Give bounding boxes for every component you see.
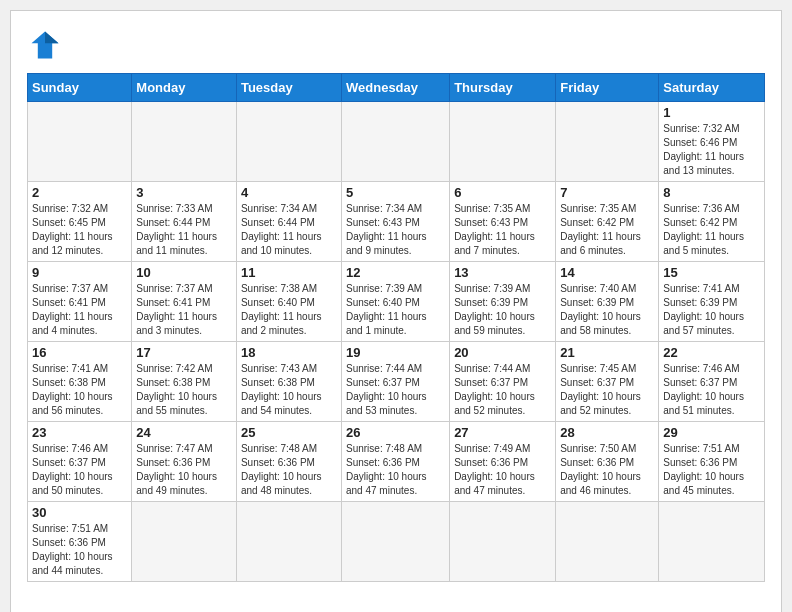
- day-number: 2: [32, 185, 127, 200]
- calendar-day-24: 19Sunrise: 7:44 AM Sunset: 6:37 PM Dayli…: [342, 342, 450, 422]
- day-number: 10: [136, 265, 232, 280]
- day-number: 22: [663, 345, 760, 360]
- weekday-header-sunday: Sunday: [28, 74, 132, 102]
- weekday-header-monday: Monday: [132, 74, 237, 102]
- day-number: 9: [32, 265, 127, 280]
- calendar-day-6: 1Sunrise: 7:32 AM Sunset: 6:46 PM Daylig…: [659, 102, 765, 182]
- calendar-day-3: [342, 102, 450, 182]
- calendar-day-36: [132, 502, 237, 582]
- calendar-day-13: 8Sunrise: 7:36 AM Sunset: 6:42 PM Daylig…: [659, 182, 765, 262]
- day-info: Sunrise: 7:37 AM Sunset: 6:41 PM Dayligh…: [32, 282, 127, 338]
- day-info: Sunrise: 7:47 AM Sunset: 6:36 PM Dayligh…: [136, 442, 232, 498]
- day-info: Sunrise: 7:32 AM Sunset: 6:45 PM Dayligh…: [32, 202, 127, 258]
- calendar-row-4: 23Sunrise: 7:46 AM Sunset: 6:37 PM Dayli…: [28, 422, 765, 502]
- day-info: Sunrise: 7:49 AM Sunset: 6:36 PM Dayligh…: [454, 442, 551, 498]
- calendar-day-5: [556, 102, 659, 182]
- calendar-row-5: 30Sunrise: 7:51 AM Sunset: 6:36 PM Dayli…: [28, 502, 765, 582]
- day-info: Sunrise: 7:50 AM Sunset: 6:36 PM Dayligh…: [560, 442, 654, 498]
- svg-marker-1: [45, 32, 59, 44]
- day-number: 17: [136, 345, 232, 360]
- day-info: Sunrise: 7:41 AM Sunset: 6:38 PM Dayligh…: [32, 362, 127, 418]
- day-number: 27: [454, 425, 551, 440]
- day-info: Sunrise: 7:41 AM Sunset: 6:39 PM Dayligh…: [663, 282, 760, 338]
- day-info: Sunrise: 7:51 AM Sunset: 6:36 PM Dayligh…: [663, 442, 760, 498]
- day-number: 23: [32, 425, 127, 440]
- day-number: 3: [136, 185, 232, 200]
- weekday-header-tuesday: Tuesday: [236, 74, 341, 102]
- day-info: Sunrise: 7:34 AM Sunset: 6:43 PM Dayligh…: [346, 202, 445, 258]
- calendar-row-2: 9Sunrise: 7:37 AM Sunset: 6:41 PM Daylig…: [28, 262, 765, 342]
- day-number: 18: [241, 345, 337, 360]
- calendar-day-38: [342, 502, 450, 582]
- weekday-header-saturday: Saturday: [659, 74, 765, 102]
- day-info: Sunrise: 7:35 AM Sunset: 6:43 PM Dayligh…: [454, 202, 551, 258]
- day-info: Sunrise: 7:35 AM Sunset: 6:42 PM Dayligh…: [560, 202, 654, 258]
- calendar-day-40: [556, 502, 659, 582]
- day-number: 13: [454, 265, 551, 280]
- day-info: Sunrise: 7:38 AM Sunset: 6:40 PM Dayligh…: [241, 282, 337, 338]
- weekday-header-thursday: Thursday: [450, 74, 556, 102]
- day-number: 15: [663, 265, 760, 280]
- calendar-day-9: 4Sunrise: 7:34 AM Sunset: 6:44 PM Daylig…: [236, 182, 341, 262]
- day-number: 8: [663, 185, 760, 200]
- calendar-day-33: 28Sunrise: 7:50 AM Sunset: 6:36 PM Dayli…: [556, 422, 659, 502]
- calendar-grid: SundayMondayTuesdayWednesdayThursdayFrid…: [27, 73, 765, 582]
- day-info: Sunrise: 7:44 AM Sunset: 6:37 PM Dayligh…: [454, 362, 551, 418]
- calendar-day-15: 10Sunrise: 7:37 AM Sunset: 6:41 PM Dayli…: [132, 262, 237, 342]
- calendar-day-10: 5Sunrise: 7:34 AM Sunset: 6:43 PM Daylig…: [342, 182, 450, 262]
- calendar-day-31: 26Sunrise: 7:48 AM Sunset: 6:36 PM Dayli…: [342, 422, 450, 502]
- day-number: 16: [32, 345, 127, 360]
- day-info: Sunrise: 7:37 AM Sunset: 6:41 PM Dayligh…: [136, 282, 232, 338]
- day-number: 7: [560, 185, 654, 200]
- calendar-day-4: [450, 102, 556, 182]
- calendar-day-25: 20Sunrise: 7:44 AM Sunset: 6:37 PM Dayli…: [450, 342, 556, 422]
- calendar-day-30: 25Sunrise: 7:48 AM Sunset: 6:36 PM Dayli…: [236, 422, 341, 502]
- day-info: Sunrise: 7:32 AM Sunset: 6:46 PM Dayligh…: [663, 122, 760, 178]
- calendar-day-27: 22Sunrise: 7:46 AM Sunset: 6:37 PM Dayli…: [659, 342, 765, 422]
- day-number: 4: [241, 185, 337, 200]
- calendar-day-23: 18Sunrise: 7:43 AM Sunset: 6:38 PM Dayli…: [236, 342, 341, 422]
- calendar-day-17: 12Sunrise: 7:39 AM Sunset: 6:40 PM Dayli…: [342, 262, 450, 342]
- calendar-day-28: 23Sunrise: 7:46 AM Sunset: 6:37 PM Dayli…: [28, 422, 132, 502]
- weekday-header-wednesday: Wednesday: [342, 74, 450, 102]
- day-info: Sunrise: 7:46 AM Sunset: 6:37 PM Dayligh…: [32, 442, 127, 498]
- day-info: Sunrise: 7:48 AM Sunset: 6:36 PM Dayligh…: [346, 442, 445, 498]
- day-number: 30: [32, 505, 127, 520]
- logo-icon: [27, 27, 63, 63]
- calendar-day-19: 14Sunrise: 7:40 AM Sunset: 6:39 PM Dayli…: [556, 262, 659, 342]
- day-info: Sunrise: 7:46 AM Sunset: 6:37 PM Dayligh…: [663, 362, 760, 418]
- day-number: 14: [560, 265, 654, 280]
- day-number: 20: [454, 345, 551, 360]
- day-info: Sunrise: 7:33 AM Sunset: 6:44 PM Dayligh…: [136, 202, 232, 258]
- calendar-day-29: 24Sunrise: 7:47 AM Sunset: 6:36 PM Dayli…: [132, 422, 237, 502]
- day-info: Sunrise: 7:43 AM Sunset: 6:38 PM Dayligh…: [241, 362, 337, 418]
- calendar-day-22: 17Sunrise: 7:42 AM Sunset: 6:38 PM Dayli…: [132, 342, 237, 422]
- calendar-day-34: 29Sunrise: 7:51 AM Sunset: 6:36 PM Dayli…: [659, 422, 765, 502]
- day-info: Sunrise: 7:45 AM Sunset: 6:37 PM Dayligh…: [560, 362, 654, 418]
- calendar-row-3: 16Sunrise: 7:41 AM Sunset: 6:38 PM Dayli…: [28, 342, 765, 422]
- calendar-day-35: 30Sunrise: 7:51 AM Sunset: 6:36 PM Dayli…: [28, 502, 132, 582]
- calendar-day-8: 3Sunrise: 7:33 AM Sunset: 6:44 PM Daylig…: [132, 182, 237, 262]
- day-info: Sunrise: 7:36 AM Sunset: 6:42 PM Dayligh…: [663, 202, 760, 258]
- calendar-row-0: 1Sunrise: 7:32 AM Sunset: 6:46 PM Daylig…: [28, 102, 765, 182]
- logo: [27, 27, 69, 63]
- day-info: Sunrise: 7:40 AM Sunset: 6:39 PM Dayligh…: [560, 282, 654, 338]
- day-number: 26: [346, 425, 445, 440]
- weekday-header-row: SundayMondayTuesdayWednesdayThursdayFrid…: [28, 74, 765, 102]
- day-number: 21: [560, 345, 654, 360]
- day-number: 1: [663, 105, 760, 120]
- calendar-day-26: 21Sunrise: 7:45 AM Sunset: 6:37 PM Dayli…: [556, 342, 659, 422]
- calendar-day-21: 16Sunrise: 7:41 AM Sunset: 6:38 PM Dayli…: [28, 342, 132, 422]
- weekday-header-friday: Friday: [556, 74, 659, 102]
- calendar-day-18: 13Sunrise: 7:39 AM Sunset: 6:39 PM Dayli…: [450, 262, 556, 342]
- calendar-day-12: 7Sunrise: 7:35 AM Sunset: 6:42 PM Daylig…: [556, 182, 659, 262]
- day-number: 6: [454, 185, 551, 200]
- day-number: 12: [346, 265, 445, 280]
- day-info: Sunrise: 7:51 AM Sunset: 6:36 PM Dayligh…: [32, 522, 127, 578]
- day-info: Sunrise: 7:39 AM Sunset: 6:40 PM Dayligh…: [346, 282, 445, 338]
- calendar-day-16: 11Sunrise: 7:38 AM Sunset: 6:40 PM Dayli…: [236, 262, 341, 342]
- day-number: 28: [560, 425, 654, 440]
- day-info: Sunrise: 7:44 AM Sunset: 6:37 PM Dayligh…: [346, 362, 445, 418]
- calendar-day-39: [450, 502, 556, 582]
- day-info: Sunrise: 7:39 AM Sunset: 6:39 PM Dayligh…: [454, 282, 551, 338]
